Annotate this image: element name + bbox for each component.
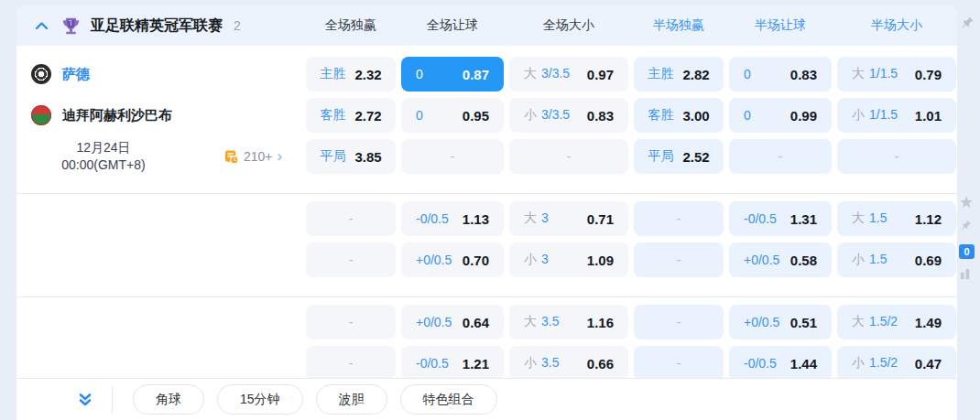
odds-cell-overunder[interactable]: 大30.71 — [509, 201, 628, 236]
odds-cell-1x2[interactable]: 主胜2.82 — [634, 57, 724, 92]
odds-cell-1x2[interactable]: 主胜2.32 — [306, 57, 396, 92]
chevron-right-icon: › — [278, 148, 283, 164]
odds-value: 0.51 — [790, 315, 817, 330]
odds-value: 1.16 — [587, 315, 614, 330]
expand-more-button[interactable] — [77, 392, 93, 408]
column-header-halftime-overunder[interactable]: 半场大小 — [837, 17, 956, 34]
handicap-line: +0/0.5 — [744, 315, 779, 329]
odds-cell-handicap[interactable]: 00.99 — [729, 98, 832, 133]
outcome-label: 客胜 — [320, 107, 345, 124]
odds-cell-1x2[interactable]: 客胜3.00 — [634, 98, 724, 133]
match-info-cell — [16, 305, 300, 339]
odds-value: 2.52 — [682, 149, 709, 165]
odds-value: 0.47 — [915, 356, 942, 372]
odds-cell-overunder[interactable]: 小3/3.50.83 — [509, 98, 628, 133]
overunder-side: 大 — [852, 314, 865, 328]
match-tools: ★ 0 — [959, 194, 975, 285]
handicap-line: +0/0.5 — [416, 253, 452, 267]
goal-line: 1/1.5 — [869, 107, 898, 122]
odds-cell-handicap[interactable]: 00.95 — [401, 98, 504, 133]
odds-value: 0.87 — [463, 67, 489, 82]
odds-cell-overunder[interactable]: 小1/1.51.01 — [837, 98, 956, 133]
odds-value: 1.12 — [915, 211, 942, 227]
odds-cell-empty: - — [509, 139, 628, 174]
collapse-league-button[interactable] — [31, 16, 51, 36]
handicap-line: 0 — [744, 67, 751, 81]
overunder-line: 小3/3.5 — [524, 107, 570, 124]
odds-cell-1x2[interactable]: 客胜2.72 — [306, 98, 396, 133]
overunder-side: 小 — [852, 252, 865, 266]
odds-cell-handicap[interactable]: -0/0.51.31 — [729, 201, 832, 236]
odds-value: 0.95 — [463, 108, 489, 124]
odds-cell-handicap[interactable]: +0/0.50.70 — [401, 242, 504, 277]
odds-cell-handicap[interactable]: -0/0.51.21 — [401, 346, 504, 381]
match-info-cell: 萨德 — [16, 57, 300, 92]
odds-cell-overunder[interactable]: 小31.09 — [509, 242, 628, 277]
league-match-count: 2 — [234, 18, 241, 33]
pin-icon[interactable] — [959, 15, 975, 35]
odds-grid: 萨德主胜2.3200.87大3/3.50.97主胜2.8200.83大1/1.5… — [16, 46, 957, 400]
pin-match-icon[interactable] — [959, 219, 973, 236]
counter-badge[interactable]: 0 — [959, 244, 975, 259]
odds-cell-overunder[interactable]: 大3.51.16 — [509, 305, 628, 339]
stats-bars-icon[interactable] — [959, 267, 973, 285]
odds-value: 1.21 — [463, 356, 489, 372]
pill-special-combos[interactable]: 特色组合 — [400, 384, 497, 415]
odds-row: 迪拜阿赫利沙巴布客胜2.7200.95小3/3.50.83客胜3.0000.99… — [16, 98, 957, 133]
odds-cell-handicap[interactable]: -0/0.51.13 — [401, 201, 504, 236]
odds-value: 1.01 — [915, 108, 942, 124]
odds-cell-overunder[interactable]: 小3.50.66 — [509, 346, 628, 381]
odds-cell-handicap[interactable]: 00.83 — [729, 57, 832, 92]
handicap-line: +0/0.5 — [416, 315, 452, 329]
odds-cell-handicap[interactable]: +0/0.50.64 — [401, 305, 504, 339]
odds-cell-overunder[interactable]: 小1.50.69 — [837, 242, 956, 277]
more-markets-link[interactable]: 210+› — [223, 149, 282, 165]
column-header-fulltime-overunder: 全场大小 — [509, 17, 628, 34]
goal-line: 1.5 — [869, 252, 887, 266]
outcome-label: 平局 — [320, 148, 345, 165]
pill-correct-score[interactable]: 波胆 — [316, 384, 387, 415]
home-team[interactable]: 萨德 — [16, 64, 90, 84]
odds-value: 0.69 — [915, 253, 942, 268]
odds-cell-1x2[interactable]: 平局2.52 — [634, 139, 724, 174]
overunder-line: 大1/1.5 — [852, 66, 898, 82]
pill-corners[interactable]: 角球 — [133, 384, 204, 415]
footer-divider — [112, 386, 113, 414]
odds-row: -+0/0.50.64大3.51.16-+0/0.50.51大1.5/21.49 — [16, 305, 957, 339]
odds-value: 1.49 — [915, 315, 942, 330]
goal-line: 3/3.5 — [541, 66, 570, 81]
odds-cell-handicap[interactable]: 00.87 — [401, 57, 504, 92]
odds-cell-overunder[interactable]: 小1.5/20.47 — [837, 346, 956, 381]
odds-cell-overunder[interactable]: 大1.51.12 — [837, 201, 956, 236]
odds-cell-1x2[interactable]: 平局3.85 — [306, 139, 396, 174]
away-team[interactable]: 迪拜阿赫利沙巴布 — [16, 105, 172, 125]
column-header-fulltime-1x2: 全场独赢 — [306, 17, 396, 34]
odds-cell-handicap[interactable]: -0/0.51.44 — [729, 346, 832, 381]
odds-cell-handicap[interactable]: +0/0.50.58 — [729, 242, 832, 277]
overunder-line: 小1.5 — [852, 252, 887, 268]
column-header-halftime-1x2[interactable]: 半场独赢 — [634, 17, 724, 34]
odds-cell-overunder[interactable]: 大1/1.50.79 — [837, 57, 956, 92]
column-header-halftime-handicap[interactable]: 半场让球 — [729, 17, 832, 34]
odds-cell-empty: - — [306, 242, 396, 277]
overunder-side: 小 — [852, 107, 865, 122]
group-divider — [16, 296, 957, 297]
overunder-line: 小1/1.5 — [852, 107, 898, 124]
goal-line: 1.5/2 — [869, 314, 898, 328]
odds-cell-empty: - — [729, 139, 832, 174]
odds-value: 2.82 — [682, 67, 709, 82]
odds-cell-empty: - — [306, 201, 396, 236]
goal-line: 3.5 — [541, 314, 559, 328]
favorite-star-icon[interactable]: ★ — [959, 194, 974, 210]
odds-cell-empty: - — [634, 242, 724, 277]
markets-count-icon — [223, 149, 239, 165]
odds-cell-handicap[interactable]: +0/0.50.51 — [729, 305, 832, 339]
odds-cell-overunder[interactable]: 大1.5/21.49 — [837, 305, 956, 339]
overunder-side: 大 — [524, 66, 537, 81]
pill-15min[interactable]: 15分钟 — [217, 384, 303, 415]
odds-cell-empty: - — [634, 305, 724, 339]
odds-value: 0.99 — [790, 108, 817, 124]
handicap-line: 0 — [416, 67, 423, 81]
handicap-line: 0 — [744, 108, 751, 123]
odds-cell-overunder[interactable]: 大3/3.50.97 — [509, 57, 628, 92]
